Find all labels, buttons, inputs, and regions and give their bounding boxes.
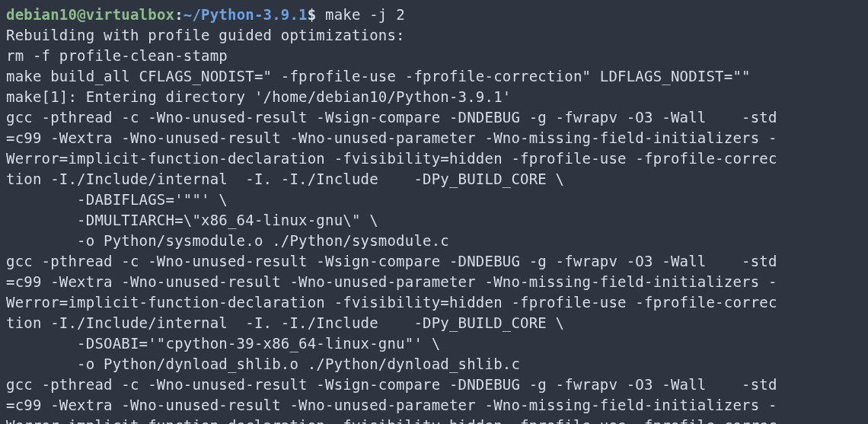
output-line: gcc -pthread -c -Wno-unused-result -Wsig… [6, 109, 777, 126]
output-line: -o Python/dynload_shlib.o ./Python/dynlo… [6, 355, 520, 372]
prompt-user: debian10 [6, 6, 77, 23]
terminal[interactable]: debian10@virtualbox:~/Python-3.9.1$ make… [0, 0, 868, 424]
output-line: -DSOABI='"cpython-39-x86_64-linux-gnu"' … [6, 335, 440, 352]
output-line: gcc -pthread -c -Wno-unused-result -Wsig… [6, 376, 777, 393]
output-line: make[1]: Entering directory '/home/debia… [6, 88, 511, 105]
output-line: make build_all CFLAGS_NODIST=" -fprofile… [6, 68, 751, 84]
output-line: rm -f profile-clean-stamp [6, 47, 228, 64]
output-line: =c99 -Wextra -Wno-unused-result -Wno-unu… [6, 129, 777, 146]
prompt-dollar: $ [308, 6, 325, 23]
output-line: Werror=implicit-function-declaration -fv… [6, 150, 777, 167]
output-line: -o Python/sysmodule.o ./Python/sysmodule… [6, 232, 449, 249]
output-line: =c99 -Wextra -Wno-unused-result -Wno-unu… [6, 397, 777, 413]
output-line: -DMULTIARCH=\"x86_64-linux-gnu\" \ [6, 212, 378, 228]
prompt-host: virtualbox [86, 6, 174, 23]
output-line: =c99 -Wextra -Wno-unused-result -Wno-unu… [6, 273, 777, 290]
prompt-path: ~/Python-3.9.1 [183, 6, 308, 23]
output-line: Werror=implicit-function-declaration -fv… [6, 417, 777, 424]
output-line: tion -I./Include/internal -I. -I./Includ… [6, 314, 564, 331]
output-line: tion -I./Include/internal -I. -I./Includ… [6, 171, 564, 187]
prompt-colon: : [174, 6, 183, 23]
output-line: Werror=implicit-function-declaration -fv… [6, 294, 777, 311]
output-line: -DABIFLAGS='""' \ [6, 191, 228, 208]
command-input[interactable]: make -j 2 [325, 6, 405, 23]
output-line: gcc -pthread -c -Wno-unused-result -Wsig… [6, 253, 777, 269]
prompt-at: @ [77, 6, 86, 23]
output-line: Rebuilding with profile guided optimizat… [6, 27, 405, 43]
